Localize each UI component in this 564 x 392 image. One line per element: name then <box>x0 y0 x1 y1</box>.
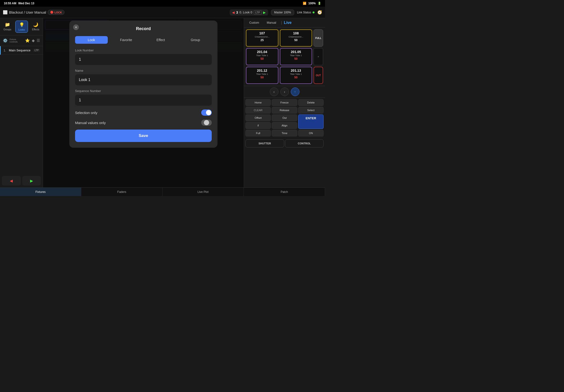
look-label: 0. Look 0 <box>239 11 252 14</box>
nav-controls: ‹ › ↑ <box>244 86 325 98</box>
modal-tabs: Look Favorite Effect Group <box>75 36 212 44</box>
link-status-dot <box>313 12 315 13</box>
fixture-grid: 107 Creamsource... 25 108 Creamsource...… <box>244 28 325 86</box>
enter-button[interactable]: ENTER <box>298 114 324 129</box>
nav-patch[interactable]: Patch <box>244 188 325 196</box>
release-button[interactable]: Release <box>272 107 297 113</box>
fixture-card-out[interactable]: OUT <box>314 67 323 84</box>
battery-icon: 🔋 <box>318 2 321 5</box>
modal-title: Record <box>75 26 212 31</box>
top-bar: ⬜ Blackout / User Manual 🔴 LOCK ◀ 3 0. L… <box>0 7 325 18</box>
main-layout: 📁 Groups 💡 Looks 🌙 Effects ⚙️ Fixture Co… <box>0 18 325 187</box>
freeze-button[interactable]: Freeze <box>272 99 297 106</box>
shutter-button[interactable]: SHUTTER <box>246 139 284 147</box>
delete-button[interactable]: Delete <box>298 99 324 106</box>
fixture-card-107[interactable]: 107 Creamsource... 25 <box>246 29 278 47</box>
shapes-icon[interactable]: ◆ <box>31 37 36 44</box>
align-button[interactable]: Align <box>272 122 297 129</box>
look-number-input[interactable]: 1 <box>75 54 212 65</box>
tab-effect[interactable]: Effect <box>144 36 177 44</box>
sidebar-nav: 📁 Groups 💡 Looks 🌙 Effects <box>0 18 43 35</box>
prev-button[interactable]: ◀ <box>2 176 21 185</box>
offset-button[interactable]: Offset <box>246 114 271 121</box>
fixture-controls-icon[interactable]: ⚙️ <box>2 37 9 44</box>
next-look-button[interactable]: ▶ <box>263 11 266 14</box>
prev-look-button[interactable]: ◀ <box>232 11 235 14</box>
sidebar-item-effects[interactable]: 🌙 Effects <box>29 21 42 33</box>
nav-fixtures[interactable]: Fixtures <box>0 188 81 196</box>
home-button[interactable]: Home <box>246 99 271 106</box>
fixture-card-20105[interactable]: 201.05 Titan Tube 1 50 <box>280 48 312 65</box>
tab-favorite[interactable]: Favorite <box>110 36 142 44</box>
favorites-icon[interactable]: ⭐ <box>24 37 31 44</box>
sequence-item-main[interactable]: 1. Main Sequence LTP <box>0 46 43 55</box>
sidebar-bottom-controls: ◀ ▶ <box>0 174 43 187</box>
prev-nav-button[interactable]: ‹ <box>270 87 278 96</box>
view-switcher: Custom Manual | Live <box>244 18 325 28</box>
fixture-card-full[interactable]: FULL <box>314 29 323 47</box>
view-divider: | <box>281 21 282 25</box>
manual-view-button[interactable]: Manual <box>264 20 279 25</box>
selection-only-toggle[interactable] <box>201 110 212 116</box>
effects-icon: 🌙 <box>33 22 38 27</box>
list-icon[interactable]: ☰ <box>36 37 41 44</box>
tab-group[interactable]: Group <box>179 36 212 44</box>
sidebar: 📁 Groups 💡 Looks 🌙 Effects ⚙️ Fixture Co… <box>0 18 43 187</box>
look-number-label: Look Number <box>75 49 212 52</box>
looks-icon: 💡 <box>19 22 24 28</box>
selection-only-knob <box>206 110 211 115</box>
control-button[interactable]: CONTROL <box>285 139 324 147</box>
sidebar-item-groups[interactable]: 📁 Groups <box>1 21 14 33</box>
sequence-number-label: Sequence Number <box>75 89 212 93</box>
next-icon: ▶ <box>30 179 33 183</box>
battery: 100% <box>308 2 316 5</box>
right-panel: Custom Manual | Live 107 Creamsource... … <box>244 18 325 187</box>
fixture-card-108[interactable]: 108 Creamsource... 50 <box>280 29 312 47</box>
select-button[interactable]: Select <box>298 107 324 113</box>
save-button[interactable]: Save <box>75 129 212 142</box>
fixture-card-20104[interactable]: 201.04 Titan Tube 1 50 <box>246 48 278 65</box>
custom-view-button[interactable]: Custom <box>246 20 262 25</box>
tab-look[interactable]: Look <box>75 36 108 44</box>
name-input[interactable]: Look 1 <box>75 74 212 85</box>
look-navigator: ◀ 3 0. Look 0 LTP ▶ <box>230 9 268 15</box>
manual-values-knob <box>204 120 209 125</box>
lock-button[interactable]: 🔴 LOCK <box>48 10 65 15</box>
keypad: Home Freeze Delete CLEAR Release Select … <box>244 98 325 138</box>
groups-icon: 📁 <box>5 22 10 27</box>
date: Wed Dec 13 <box>18 2 34 5</box>
up-nav-button[interactable]: ↑ <box>291 87 300 96</box>
sidebar-tools: ⚙️ Fixture Controls ⭐ ◆ ☰ <box>0 35 43 46</box>
live-view-button[interactable]: Live <box>284 21 291 25</box>
clear-button[interactable]: CLEAR <box>246 107 271 113</box>
prev-icon: ◀ <box>10 179 13 183</box>
nav-live-plot[interactable]: Live Plot <box>163 188 244 196</box>
ltp-badge: LTP <box>254 10 262 14</box>
window-icon: ⬜ <box>3 10 8 14</box>
bottom-nav: Fixtures Faders Live Plot Patch <box>0 187 325 196</box>
on-button[interactable]: ON <box>298 130 324 137</box>
next-button[interactable]: ▶ <box>22 176 41 185</box>
sequence-number-input[interactable]: 1 <box>75 95 212 106</box>
fixture-card-20113[interactable]: 201.13 Titan Tube 1 50 <box>280 67 312 84</box>
fixture-card-20112[interactable]: 201.12 Titan Tube 1 50 <box>246 67 278 84</box>
manual-values-toggle[interactable] <box>201 120 212 126</box>
out-button[interactable]: Out <box>272 114 297 121</box>
sidebar-item-looks[interactable]: 💡 Looks <box>15 21 28 33</box>
link-status: Link Status <box>297 11 315 14</box>
time-button[interactable]: Time <box>272 130 297 137</box>
compass-icon[interactable]: 🧭 <box>317 10 322 14</box>
selection-only-label: Selection only <box>75 111 97 115</box>
if-button[interactable]: if <box>246 122 271 129</box>
next-nav-button[interactable]: › <box>280 87 289 96</box>
name-label: Name <box>75 69 212 72</box>
breadcrumb: Blackout / User Manual <box>9 10 46 14</box>
look-num: 3 <box>236 11 238 14</box>
selection-only-row: Selection only <box>75 110 212 116</box>
full-button[interactable]: Full <box>246 130 271 137</box>
nav-faders[interactable]: Faders <box>81 188 163 196</box>
modal-close-button[interactable]: × <box>73 24 79 30</box>
master-button[interactable]: Master 100% <box>271 10 294 15</box>
center-area: × Record Look Favorite Effect Group Look… <box>43 18 244 187</box>
manual-values-row: Manual values only <box>75 120 212 126</box>
